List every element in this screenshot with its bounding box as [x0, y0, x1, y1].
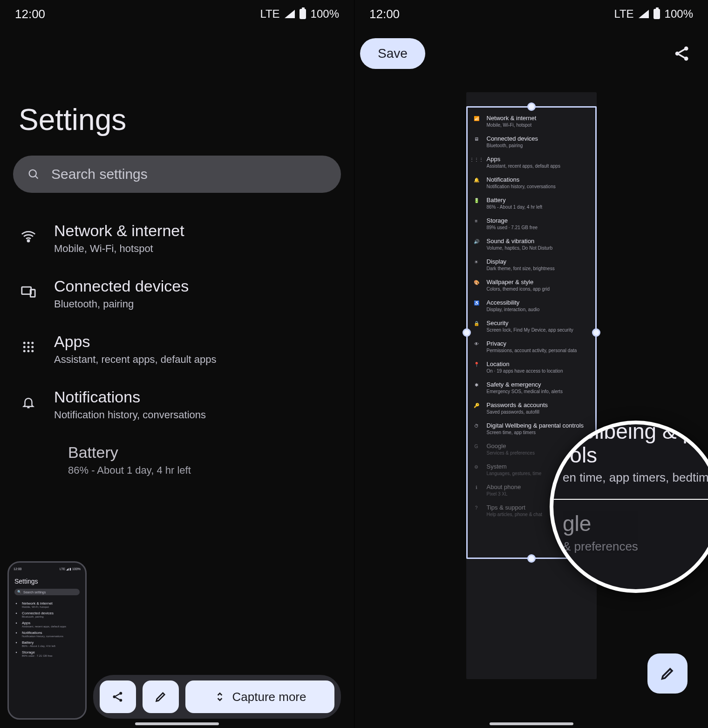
svg-point-9 — [27, 346, 30, 348]
svg-point-17 — [675, 52, 680, 56]
row-sub: Notification history, conversations — [54, 409, 206, 421]
crop-handle-bottom[interactable] — [527, 554, 536, 563]
signal-icon — [285, 10, 295, 18]
svg-point-10 — [31, 346, 34, 348]
gesture-bar[interactable] — [135, 722, 219, 725]
thumb-row: •Network & internetMobile, Wi-Fi, hotspo… — [14, 600, 81, 610]
thumb-row: •Battery86% - About 1 day, 4 hr left — [14, 639, 81, 649]
status-time: 12:00 — [369, 7, 400, 21]
mag-sub: en time, app timers, bedtim — [563, 470, 708, 485]
row-title: Battery — [68, 443, 191, 462]
crop-handle-left[interactable] — [463, 328, 471, 337]
gesture-bar[interactable] — [490, 722, 573, 725]
wifi-icon — [19, 226, 38, 246]
row-notifications[interactable]: Notifications Notification history, conv… — [0, 377, 354, 432]
row-sub: Bluetooth, pairing — [54, 298, 189, 310]
edit-button[interactable] — [143, 680, 179, 713]
row-battery[interactable]: Battery 86% - About 1 day, 4 hr left — [0, 432, 354, 488]
svg-point-13 — [31, 350, 34, 352]
status-time: 12:00 — [15, 7, 45, 21]
status-battery: 100% — [665, 7, 693, 20]
search-placeholder: Search settings — [51, 166, 148, 182]
svg-line-1 — [35, 176, 38, 179]
settings-list: Network & internet Mobile, Wi-Fi, hotspo… — [0, 211, 354, 488]
mag-title2: gle — [563, 512, 708, 536]
svg-point-12 — [27, 350, 30, 352]
bell-icon — [19, 393, 38, 412]
thumb-title: Settings — [14, 578, 81, 585]
row-title: Connected devices — [54, 277, 189, 295]
devices-icon — [19, 282, 38, 301]
row-title: Network & internet — [54, 222, 184, 240]
row-sub: Mobile, Wi-Fi, hotspot — [54, 243, 184, 255]
search-icon — [27, 168, 40, 181]
thumb-row: •Storage89% used · 7.21 GB free — [14, 649, 81, 659]
search-input[interactable]: Search settings — [13, 156, 341, 193]
svg-rect-3 — [22, 287, 31, 294]
row-title: Apps — [54, 333, 217, 351]
status-bar: 12:00 LTE 100% — [354, 0, 708, 28]
status-bar: 12:00 LTE 100% — [0, 0, 354, 28]
thumb-row: •AppsAssistant, recent apps, default app… — [14, 619, 81, 629]
apps-icon — [19, 337, 38, 357]
right-phone: 12:00 LTE 100% Save 📶Network & internetM… — [354, 0, 708, 728]
row-network[interactable]: Network & internet Mobile, Wi-Fi, hotspo… — [0, 211, 354, 266]
status-battery: 100% — [311, 7, 339, 20]
status-net: LTE — [614, 7, 633, 20]
save-button[interactable]: Save — [360, 38, 425, 69]
row-connected[interactable]: Connected devices Bluetooth, pairing — [0, 266, 354, 321]
battery-icon — [300, 9, 306, 19]
capture-more-label: Capture more — [232, 690, 306, 704]
status-right: LTE 100% — [614, 7, 693, 20]
capture-more-button[interactable]: Capture more — [185, 680, 334, 713]
row-sub: Assistant, recent apps, default apps — [54, 354, 217, 366]
share-button[interactable] — [100, 680, 136, 713]
status-right: LTE 100% — [260, 7, 339, 20]
thumb-search: 🔍Search settings — [14, 589, 80, 595]
svg-point-5 — [23, 342, 26, 344]
svg-point-11 — [23, 350, 26, 352]
screenshot-thumbnail[interactable]: 12:00LTE ◢ ▮ 100% Settings 🔍Search setti… — [7, 561, 87, 720]
svg-point-6 — [27, 342, 30, 344]
left-phone: 12:00 LTE 100% Settings Search settings … — [0, 0, 354, 728]
long-screenshot: 📶Network & internetMobile, Wi-Fi, hotspo… — [466, 92, 597, 679]
svg-point-8 — [23, 346, 26, 348]
row-title: Notifications — [54, 388, 206, 406]
crop-handle-top[interactable] — [527, 102, 536, 111]
row-apps[interactable]: Apps Assistant, recent apps, default app… — [0, 321, 354, 377]
signal-icon — [639, 10, 649, 18]
page-title: Settings — [0, 28, 354, 156]
row-sub: 86% - About 1 day, 4 hr left — [68, 464, 191, 476]
status-net: LTE — [260, 7, 279, 20]
mag-title-b: rols — [563, 443, 708, 467]
crop-handle-right[interactable] — [592, 328, 600, 337]
thumb-row: •NotificationsNotification history, conv… — [14, 629, 81, 639]
svg-point-7 — [31, 342, 34, 344]
svg-point-2 — [27, 240, 29, 242]
svg-point-0 — [29, 170, 36, 177]
share-icon[interactable] — [673, 44, 691, 63]
screenshot-toolbar: Capture more — [93, 675, 341, 719]
mag-sub2: & preferences — [563, 539, 708, 554]
edit-fab[interactable] — [647, 653, 688, 694]
thumb-row: •Connected devicesBluetooth, pairing — [14, 610, 81, 619]
battery-icon — [654, 9, 660, 19]
